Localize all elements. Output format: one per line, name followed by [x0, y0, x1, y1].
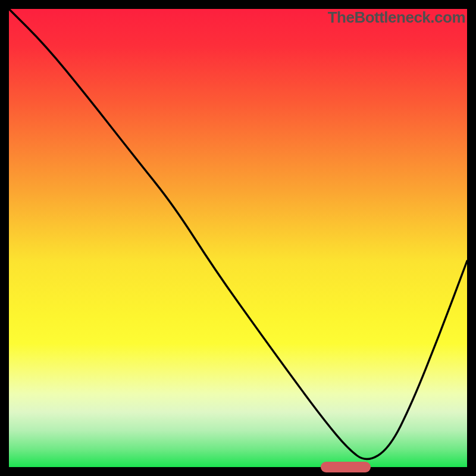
optimal-range-marker	[321, 462, 371, 472]
bottleneck-curve	[9, 9, 467, 467]
